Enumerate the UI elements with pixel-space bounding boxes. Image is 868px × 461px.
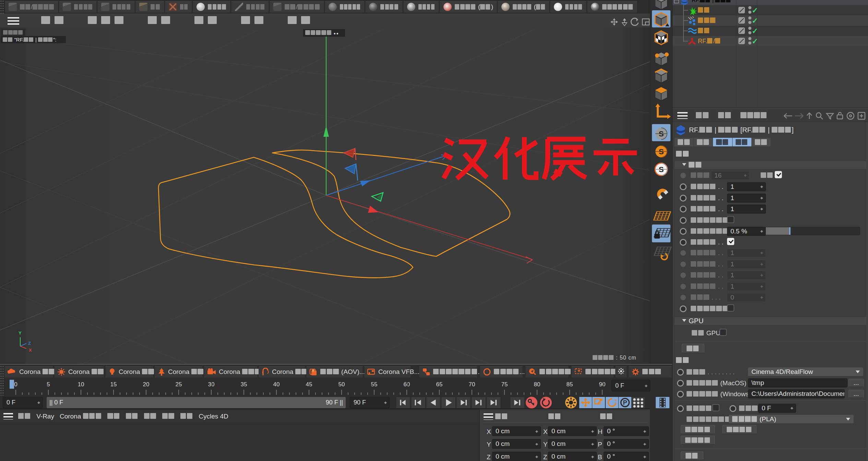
svg-text:85: 85 [567,381,573,388]
svg-text:30: 30 [208,381,215,388]
svg-text:55: 55 [371,381,378,388]
svg-text:75: 75 [501,381,508,388]
svg-text:25: 25 [176,381,182,388]
svg-text:S: S [659,165,664,174]
svg-text:Y: Y [19,330,22,336]
svg-text:80: 80 [534,381,540,388]
svg-text:60: 60 [404,381,410,388]
svg-text:40: 40 [273,381,280,388]
svg-text:50: 50 [338,381,345,388]
svg-text:0: 0 [14,381,17,388]
svg-text:S: S [659,147,664,156]
svg-text:Z: Z [28,341,31,346]
svg-text:45: 45 [306,381,312,388]
svg-text:X: X [29,348,32,353]
svg-text:20: 20 [143,381,150,388]
svg-text:90: 90 [599,381,606,388]
svg-text:10: 10 [78,381,84,388]
svg-text:P: P [623,399,627,406]
svg-text:15: 15 [110,381,117,388]
svg-text:35: 35 [241,381,247,388]
svg-text:65: 65 [436,381,443,388]
svg-text:5: 5 [47,381,50,388]
svg-text:70: 70 [469,381,475,388]
